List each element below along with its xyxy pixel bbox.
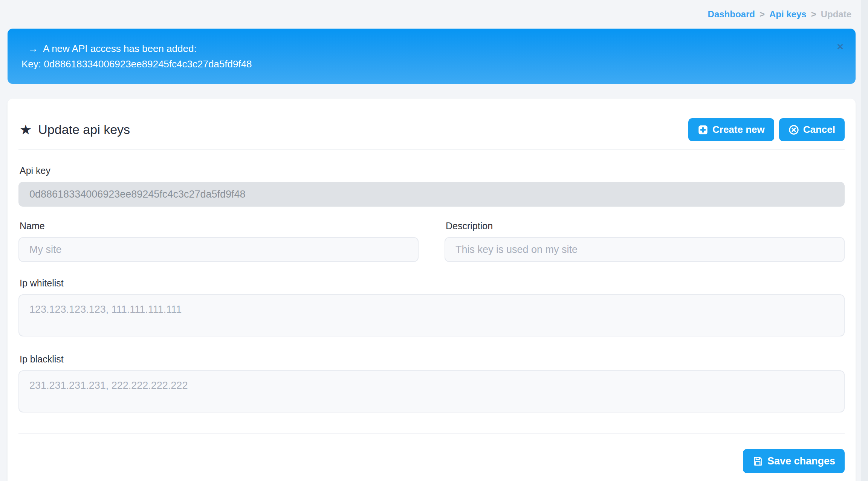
ip-whitelist-textarea[interactable]: [18, 294, 845, 336]
ip-blacklist-label: Ip blacklist: [20, 354, 845, 365]
ip-whitelist-label: Ip whitelist: [20, 278, 845, 289]
save-changes-button[interactable]: Save changes: [743, 449, 845, 473]
name-label: Name: [20, 221, 419, 231]
create-new-label: Create new: [712, 124, 765, 135]
card-footer: Save changes: [18, 433, 845, 473]
api-key-input[interactable]: [18, 182, 845, 207]
update-api-keys-card: ★ Update api keys Create new: [8, 99, 856, 481]
description-input[interactable]: [445, 237, 845, 262]
breadcrumb-separator: >: [760, 9, 765, 20]
close-icon[interactable]: ×: [837, 41, 844, 52]
star-icon: ★: [20, 123, 32, 137]
description-label: Description: [446, 221, 845, 231]
name-field-group: Name: [18, 221, 419, 262]
description-field-group: Description: [445, 221, 845, 262]
api-key-label: Api key: [20, 165, 845, 176]
success-alert: → A new API access has been added: Key: …: [8, 29, 856, 84]
ip-blacklist-field-group: Ip blacklist: [18, 354, 845, 414]
save-icon: [752, 456, 763, 467]
create-new-button[interactable]: Create new: [688, 118, 774, 141]
breadcrumb-separator: >: [811, 9, 816, 20]
alert-title-line: → A new API access has been added:: [28, 41, 825, 56]
plus-square-icon: [698, 125, 708, 135]
ip-blacklist-textarea[interactable]: [18, 370, 845, 413]
breadcrumb: Dashboard > Api keys > Update: [708, 9, 851, 20]
card-header: ★ Update api keys Create new: [18, 99, 845, 150]
name-input[interactable]: [18, 237, 419, 262]
api-key-field-group: Api key: [18, 165, 845, 207]
name-description-row: Name Description: [18, 221, 845, 262]
header-buttons: Create new Cancel: [688, 118, 845, 141]
alert-title: A new API access has been added:: [43, 41, 197, 56]
breadcrumb-link-api-keys[interactable]: Api keys: [769, 9, 807, 20]
cancel-button[interactable]: Cancel: [779, 118, 845, 141]
times-circle-icon: [789, 125, 799, 135]
arrow-right-icon: →: [28, 41, 38, 56]
page-title: ★ Update api keys: [20, 122, 130, 137]
breadcrumb-link-dashboard[interactable]: Dashboard: [708, 9, 755, 20]
top-bar: Dashboard > Api keys > Update: [0, 0, 868, 20]
page-title-text: Update api keys: [38, 122, 130, 137]
scrollbar-track[interactable]: [861, 0, 868, 481]
breadcrumb-current-update: Update: [821, 9, 851, 20]
cancel-label: Cancel: [803, 124, 835, 135]
ip-whitelist-field-group: Ip whitelist: [18, 278, 845, 338]
save-changes-label: Save changes: [767, 455, 835, 467]
alert-key-line: Key: 0d88618334006923ee89245fc4c3c27da5f…: [21, 56, 825, 72]
